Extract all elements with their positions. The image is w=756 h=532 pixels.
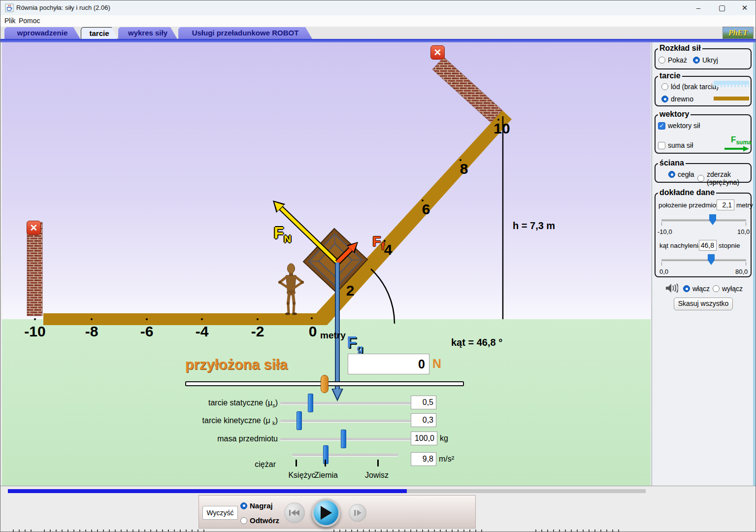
tab-wykres-sily[interactable]: wykres siły <box>118 27 177 39</box>
simulation-canvas[interactable]: ✕ ✕ -10 -8 -6 -4 -2 0 metry 2 4 6 8 10 h… <box>2 42 651 486</box>
menu-pomoc[interactable]: Pomoc <box>19 17 40 25</box>
radio-ukryj[interactable]: Ukryj <box>693 56 718 64</box>
angle-slider-thumb[interactable] <box>708 254 715 265</box>
mass-slider-thumb[interactable] <box>341 430 346 448</box>
radio-drewno[interactable]: drewno <box>661 95 693 103</box>
gravity-field[interactable]: 9,8 <box>411 452 436 466</box>
bottom-clipped-marks <box>535 530 624 532</box>
group-sciana: ściana cegła zderzak (sprężyna) <box>655 163 752 183</box>
radio-label: lód (brak tarcia) <box>671 83 719 91</box>
static-friction-slider[interactable] <box>280 402 412 404</box>
radio-wlacz[interactable]: włącz <box>683 285 710 293</box>
radio-label: drewno <box>671 95 693 103</box>
menu-bar: Plik Pomoc <box>0 15 756 27</box>
weight-label: ciężar <box>209 460 276 469</box>
position-min: -10,0 <box>657 228 672 235</box>
slider-end-tick <box>661 262 662 266</box>
planet-label-jupiter: Jowisz <box>355 471 399 480</box>
radio-label: zderzak (sprężyna) <box>707 170 751 186</box>
left-brick-wall <box>27 222 42 316</box>
phet-logo[interactable]: PhET <box>723 27 754 39</box>
angle-slider[interactable] <box>661 259 746 261</box>
radio-icon-selected[interactable] <box>693 57 700 64</box>
fsuma-arrow-icon <box>723 146 749 152</box>
fn-subscript: N <box>284 233 291 244</box>
radio-zderzak[interactable]: zderzak (sprężyna) <box>697 170 751 186</box>
maximize-button[interactable]: ▢ <box>715 2 729 13</box>
angle-field[interactable]: 46,8 <box>699 240 717 251</box>
radio-label: Ukryj <box>702 56 718 64</box>
radio-icon-selected[interactable] <box>683 285 690 292</box>
position-slider-thumb[interactable] <box>709 214 716 225</box>
rewind-button[interactable] <box>284 502 305 523</box>
gravity-slider[interactable] <box>292 454 398 456</box>
static-friction-slider-thumb[interactable] <box>308 394 313 412</box>
scene-graphic <box>2 42 651 486</box>
top-wall-close-icon[interactable]: ✕ <box>430 45 445 60</box>
reset-all-button[interactable]: Skasuj wszystko <box>674 298 733 310</box>
kinetic-friction-field[interactable]: 0,3 <box>411 413 436 427</box>
minimize-button[interactable]: – <box>691 2 706 13</box>
radio-icon[interactable] <box>661 83 668 90</box>
group-rozklad-sil: Rozkład sił Pokaż Ukryj <box>655 48 752 69</box>
radio-odtworz[interactable]: Odtwórz <box>240 516 279 525</box>
angle-unit: stopnie <box>719 242 740 249</box>
checkbox-checked-icon[interactable] <box>658 122 665 130</box>
app-window: Równia pochyła: siły i ruch (2.06) – ▢ ✕… <box>0 0 756 532</box>
applied-force-input[interactable]: 0 <box>348 354 429 374</box>
radio-icon-selected[interactable] <box>240 502 247 509</box>
radio-wylacz[interactable]: wyłącz <box>713 285 743 293</box>
ruler-label: 2 <box>339 282 361 299</box>
title-bar: Równia pochyła: siły i ruch (2.06) – ▢ ✕ <box>0 0 756 16</box>
radio-pokaz[interactable]: Pokaż <box>658 56 687 64</box>
tab-underline-band <box>0 39 756 42</box>
clear-button[interactable]: Wyczyść <box>202 506 238 520</box>
mass-field[interactable]: 100,0 <box>411 432 437 445</box>
gravity-tick-jupiter <box>377 460 379 466</box>
angle-max: 80,0 <box>735 268 748 275</box>
tab-wprowadzenie[interactable]: wprowadzenie <box>4 27 80 39</box>
fg-subscript: g <box>357 342 363 354</box>
checkbox-wektory-sil[interactable]: wektory sił <box>658 122 700 130</box>
position-slider[interactable] <box>661 219 746 221</box>
tab-tarcie[interactable]: tarcie <box>81 27 118 39</box>
recording-progress-track[interactable] <box>8 489 646 493</box>
radio-lod[interactable]: lód (brak tarcia) <box>661 83 719 91</box>
mass-slider[interactable] <box>280 438 412 440</box>
position-field[interactable]: 2,1 <box>717 200 734 210</box>
radio-icon[interactable] <box>697 175 704 182</box>
ff-symbol: F <box>372 233 381 249</box>
play-button[interactable] <box>312 499 340 527</box>
friction-force-label: Ff <box>372 234 385 251</box>
step-button[interactable] <box>349 504 366 522</box>
radio-icon-selected[interactable] <box>668 171 675 178</box>
bottom-bar: Wyczyść Nagraj Odtwórz <box>0 486 756 532</box>
static-friction-field[interactable]: 0,5 <box>411 396 436 409</box>
group-wektory: wektory wektory sił suma sił Fsuma <box>655 114 752 154</box>
tab-uslugi-robot[interactable]: Usługi przeładunkowe ROBOT <box>178 27 312 39</box>
top-brick-wall <box>432 57 502 123</box>
radio-nagraj[interactable]: Nagraj <box>240 501 273 510</box>
mass-label: masa przedmiotu <box>164 434 278 443</box>
bottom-clipped-marks <box>333 530 486 532</box>
left-wall-close-icon[interactable]: ✕ <box>27 221 41 235</box>
kinetic-friction-slider-thumb[interactable] <box>296 411 302 430</box>
radio-label: Odtwórz <box>250 516 279 525</box>
ruler-label: -6 <box>136 323 158 340</box>
ruler-label: -4 <box>191 323 213 340</box>
kinetic-friction-label: tarcie kinetyczne (μ k) <box>164 416 278 426</box>
radio-icon[interactable] <box>713 285 720 292</box>
applied-force-slider-thumb[interactable] <box>321 375 329 393</box>
radio-icon[interactable] <box>658 57 665 64</box>
radio-cegla[interactable]: cegła <box>668 170 694 178</box>
checkbox-icon[interactable] <box>658 142 665 149</box>
radio-icon-selected[interactable] <box>661 96 668 102</box>
radio-icon[interactable] <box>240 517 247 524</box>
ruler-unit: metry <box>320 330 346 341</box>
gravity-unit: m/s² <box>439 455 454 464</box>
checkbox-suma-sil[interactable]: suma sił <box>658 141 693 149</box>
close-button[interactable]: ✕ <box>737 2 752 13</box>
ice-preview <box>714 81 749 85</box>
menu-plik[interactable]: Plik <box>4 17 16 25</box>
gravity-force-label: Fg <box>347 334 363 353</box>
